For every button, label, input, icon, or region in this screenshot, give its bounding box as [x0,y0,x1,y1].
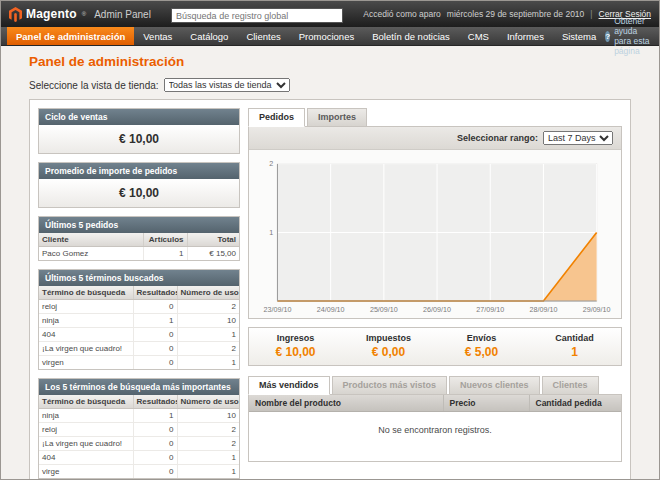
table-row[interactable]: reloj 0 2 [39,423,239,437]
store-view-select[interactable]: Todas las vistas de tienda [164,78,290,92]
nav-item-ventas[interactable]: Ventas [134,27,181,45]
total-ingresos: Ingresos € 10,00 [249,333,342,359]
content-area: Panel de administración Seleccione la vi… [1,54,659,480]
cell-term: 404 [39,328,133,342]
table-row[interactable]: ¡La virgen que cuadro! 0 2 [39,342,239,356]
nav-item-sistema[interactable]: Sistema [553,27,605,45]
page-title: Panel de administración [29,54,631,69]
table-row[interactable]: 404 0 1 [39,451,239,465]
cell-term: ninja [39,314,133,328]
lifetime-sales-panel: Ciclo de ventas € 10,00 [38,108,240,154]
nav-item-informes[interactable]: Informes [498,27,553,45]
col-header: Término de búsqueda [39,395,133,409]
total-cantidad: Cantidad 1 [528,333,621,359]
lifetime-sales-value: € 10,00 [39,125,239,153]
nav-item-cms[interactable]: CMS [459,27,498,45]
table-row[interactable]: ninja 1 10 [39,314,239,328]
tab-mas-vendidos[interactable]: Más vendidos [248,376,330,395]
nav-item-boletin[interactable]: Boletín de noticias [363,27,459,45]
col-header: Nombre del producto [249,395,443,412]
col-header: Artículos [143,233,187,247]
last-search-terms-table: Término de búsqueda Resultados Número de… [39,286,239,369]
help-icon: ? [605,31,610,42]
range-bar: Seleccionar rango: Last 7 Days [249,127,621,150]
range-select[interactable]: Last 7 Days [543,131,613,145]
cell-customer: Paco Gomez [39,247,143,261]
average-orders-value: € 10,00 [39,179,239,207]
cell-term: reloj [39,300,133,314]
tab-nuevos-clientes[interactable]: Nuevos clientes [449,376,540,395]
svg-text:23/09/10: 23/09/10 [264,306,292,314]
tab-clientes[interactable]: Clientes [542,376,599,395]
cell-items: 1 [143,247,187,261]
totals-bar: Ingresos € 10,00 Impuestos € 0,00 Envíos… [248,327,622,366]
magento-logo-icon [9,7,22,22]
tab-importes[interactable]: Importes [307,108,367,127]
col-header: Cliente [39,233,143,247]
cell-term: virgen [39,356,133,370]
table-row[interactable]: reloj 0 2 [39,300,239,314]
logo-subtitle: Admin Panel [94,9,151,20]
lifetime-sales-title: Ciclo de ventas [39,109,239,125]
table-row[interactable]: 404 0 1 [39,328,239,342]
top-search-terms-title: Los 5 términos de búsqueda más important… [39,379,239,395]
dashboard-sidebar: Ciclo de ventas € 10,00 Promedio de impo… [38,108,240,480]
average-orders-panel: Promedio de importe de pedidos € 10,00 [38,162,240,208]
table-row[interactable]: virgen 0 1 [39,356,239,370]
nav-item-clientes[interactable]: Clientes [237,27,289,45]
col-header: Resultados [133,395,177,409]
global-search [171,5,343,24]
last-orders-table: Cliente Artículos Total Paco Gomez 1 € 1… [39,233,239,260]
table-row[interactable]: virge 0 1 [39,465,239,479]
svg-text:25/09/10: 25/09/10 [370,306,398,314]
nav-item-promociones[interactable]: Promociones [290,27,363,45]
magento-logo: Magento® Admin Panel [9,7,151,22]
tab-pedidos[interactable]: Pedidos [248,108,305,127]
svg-text:26/09/10: 26/09/10 [423,306,451,314]
header-user-area: Accedió como aparo miércoles 29 de septi… [363,9,651,19]
logo-reg-mark: ® [82,11,86,17]
last-orders-title: Últimos 5 pedidos [39,217,239,233]
orders-amounts-tabs: Pedidos Importes [248,108,622,127]
table-row[interactable]: ninja 1 10 [39,409,239,423]
top-header: Magento® Admin Panel Accedió como aparo … [1,1,659,27]
table-row[interactable]: Paco Gomez 1 € 15,00 [39,247,239,261]
col-header: Número de usos [177,286,239,300]
col-header: Término de búsqueda [39,286,133,300]
col-header: Precio [443,395,529,412]
total-impuestos: Impuestos € 0,00 [342,333,435,359]
nav-item-dashboard[interactable]: Panel de administración [7,27,134,45]
col-header: Total [187,233,239,247]
svg-text:1: 1 [269,229,273,237]
empty-row: No se encontraron registros. [249,412,621,462]
page-help-link[interactable]: ? Obtener ayuda para esta página [605,27,659,45]
cell-term: virge [39,465,133,479]
orders-chart: 23/09/1024/09/1025/09/1026/09/1027/09/10… [249,150,621,318]
main-nav: Panel de administración Ventas Catálogo … [1,27,659,46]
no-records-message: No se encontraron registros. [249,412,621,462]
products-grid-box: Nombre del producto Precio Cantidad pedi… [248,394,622,462]
svg-text:24/09/10: 24/09/10 [317,306,345,314]
orders-chart-box: Seleccionar rango: Last 7 Days 23/09/102… [248,126,622,319]
cell-term: 404 [39,451,133,465]
logo-text: Magento [26,7,77,21]
range-label: Seleccionar rango: [457,133,538,143]
orders-area-chart: 23/09/1024/09/1025/09/1026/09/1027/09/10… [257,158,613,316]
average-orders-title: Promedio de importe de pedidos [39,163,239,179]
global-search-input[interactable] [171,8,343,23]
top-search-terms-panel: Los 5 términos de búsqueda más important… [38,378,240,479]
col-header: Número de usos [177,395,239,409]
svg-text:27/09/10: 27/09/10 [476,306,504,314]
store-view-row: Seleccione la vista de tienda: Todas las… [29,78,631,92]
nav-item-catalogo[interactable]: Catálogo [181,27,237,45]
cell-term: ¡La virgen que cuadro! [39,342,133,356]
help-label: Obtener ayuda para esta página [614,16,651,56]
table-row[interactable]: ¡La virgen que cuadro! 0 2 [39,437,239,451]
products-tabs: Más vendidos Productos más vistos Nuevos… [248,376,622,395]
last-orders-panel: Últimos 5 pedidos Cliente Artículos Tota… [38,216,240,261]
last-search-terms-title: Últimos 5 términos buscados [39,270,239,286]
total-envios: Envíos € 5,00 [435,333,528,359]
cell-term: ninja [39,409,133,423]
last-search-terms-panel: Últimos 5 términos buscados Término de b… [38,269,240,370]
tab-productos-mas-vistos[interactable]: Productos más vistos [332,376,448,395]
